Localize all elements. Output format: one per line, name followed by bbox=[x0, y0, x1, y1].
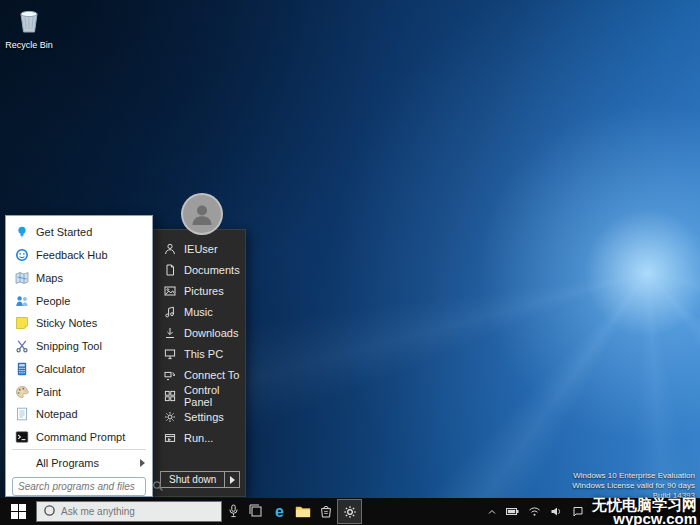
shutdown-label: Shut down bbox=[161, 472, 224, 487]
start-menu-item-command-prompt[interactable]: Command Prompt bbox=[6, 426, 152, 449]
windows-logo-icon bbox=[11, 504, 26, 519]
start-menu-item-label: Run... bbox=[184, 432, 213, 444]
feedback-smiley-icon bbox=[14, 248, 29, 263]
start-menu-item-music[interactable]: Music bbox=[153, 301, 245, 322]
lightbulb-icon bbox=[14, 225, 29, 240]
shutdown-options-arrow[interactable] bbox=[224, 472, 239, 487]
user-silhouette-icon bbox=[189, 201, 215, 227]
start-menu-item-label: Command Prompt bbox=[36, 431, 125, 443]
notepad-icon bbox=[14, 407, 29, 422]
start-menu-item-label: Paint bbox=[36, 386, 61, 398]
start-menu-item-label: This PC bbox=[184, 348, 223, 360]
microphone-button[interactable] bbox=[222, 498, 245, 525]
start-menu-item-all-programs[interactable]: All Programs bbox=[6, 451, 152, 474]
scissors-icon bbox=[14, 339, 29, 354]
computer-icon bbox=[163, 347, 176, 360]
start-menu-item-people[interactable]: People bbox=[6, 289, 152, 312]
start-menu-item-this-pc[interactable]: This PC bbox=[153, 343, 245, 364]
start-menu-item-label: Snipping Tool bbox=[36, 340, 102, 352]
start-menu-item-downloads[interactable]: Downloads bbox=[153, 322, 245, 343]
eval-line-2: Windows License valid for 90 days bbox=[572, 481, 695, 491]
network-icon[interactable] bbox=[528, 503, 541, 521]
tray-chevron-up-icon[interactable] bbox=[487, 503, 497, 521]
start-menu-item-label: People bbox=[36, 295, 70, 307]
picture-icon bbox=[163, 284, 176, 297]
chevron-right-icon bbox=[230, 476, 235, 484]
edge-button[interactable]: e bbox=[268, 498, 291, 525]
system-tray bbox=[487, 498, 584, 525]
site-watermark: 无忧电脑学习网 wypcw.com bbox=[592, 498, 697, 525]
start-menu-item-feedback-hub[interactable]: Feedback Hub bbox=[6, 244, 152, 267]
start-menu-item-run[interactable]: Run... bbox=[153, 427, 245, 448]
expand-arrow-icon bbox=[140, 459, 145, 467]
task-view-button[interactable] bbox=[245, 498, 268, 525]
taskbar-search-input[interactable] bbox=[61, 506, 215, 517]
start-menu-search-box[interactable] bbox=[12, 477, 146, 496]
start-menu-item-label: Connect To bbox=[184, 369, 239, 381]
action-center-icon[interactable] bbox=[572, 503, 584, 521]
start-menu-item-label: Get Started bbox=[36, 226, 92, 238]
start-menu-left-panel: Get Started Feedback Hub Maps People Sti bbox=[5, 215, 153, 497]
start-menu-item-maps[interactable]: Maps bbox=[6, 266, 152, 289]
paint-palette-icon bbox=[14, 384, 29, 399]
volume-icon[interactable] bbox=[550, 503, 563, 521]
user-avatar[interactable] bbox=[181, 193, 223, 235]
settings-button[interactable] bbox=[337, 499, 362, 524]
search-icon bbox=[152, 478, 164, 496]
taskbar-search-box[interactable] bbox=[36, 501, 222, 522]
start-menu-item-snipping-tool[interactable]: Snipping Tool bbox=[6, 335, 152, 358]
task-view-icon bbox=[249, 504, 264, 519]
folder-icon bbox=[295, 505, 311, 519]
start-menu-item-label: Music bbox=[184, 306, 213, 318]
people-icon bbox=[14, 293, 29, 308]
site-watermark-line-2: wypcw.com bbox=[592, 512, 697, 525]
gear-icon bbox=[343, 505, 357, 519]
start-menu-item-notepad[interactable]: Notepad bbox=[6, 403, 152, 426]
start-menu-item-user[interactable]: IEUser bbox=[153, 238, 245, 259]
gear-icon bbox=[163, 410, 176, 423]
start-menu-item-label: IEUser bbox=[184, 243, 218, 255]
start-menu-item-label: All Programs bbox=[36, 457, 99, 469]
start-menu-item-paint[interactable]: Paint bbox=[6, 380, 152, 403]
start-menu-right-panel: IEUser Documents Pictures Music Download bbox=[153, 229, 246, 497]
start-menu-item-settings[interactable]: Settings bbox=[153, 406, 245, 427]
file-explorer-button[interactable] bbox=[291, 498, 314, 525]
map-icon bbox=[14, 270, 29, 285]
store-bag-icon bbox=[319, 504, 333, 519]
recycle-bin-label: Recycle Bin bbox=[4, 40, 54, 50]
start-menu-item-get-started[interactable]: Get Started bbox=[6, 221, 152, 244]
start-menu-item-label: Maps bbox=[36, 272, 63, 284]
eval-line-1: Windows 10 Enterprise Evaluation bbox=[572, 471, 695, 481]
start-menu-item-label: Downloads bbox=[184, 327, 238, 339]
download-arrow-icon bbox=[163, 326, 176, 339]
document-icon bbox=[163, 263, 176, 276]
sticky-note-icon bbox=[14, 316, 29, 331]
start-menu-item-control-panel[interactable]: Control Panel bbox=[153, 385, 245, 406]
recycle-bin-icon bbox=[4, 6, 54, 38]
desktop: Recycle Bin Windows 10 Enterprise Evalua… bbox=[0, 0, 700, 525]
start-menu-item-sticky-notes[interactable]: Sticky Notes bbox=[6, 312, 152, 335]
user-icon bbox=[163, 242, 176, 255]
desktop-icon-recycle-bin[interactable]: Recycle Bin bbox=[4, 6, 54, 50]
start-menu-item-label: Feedback Hub bbox=[36, 249, 108, 261]
microphone-icon bbox=[227, 504, 240, 519]
shutdown-button[interactable]: Shut down bbox=[160, 471, 240, 488]
start-menu-separator bbox=[12, 449, 146, 450]
music-note-icon bbox=[163, 305, 176, 318]
start-menu-item-label: Notepad bbox=[36, 408, 78, 420]
start-menu-item-calculator[interactable]: Calculator bbox=[6, 357, 152, 380]
start-button[interactable] bbox=[0, 498, 36, 525]
start-menu-search-input[interactable] bbox=[18, 481, 152, 492]
start-menu-item-label: Control Panel bbox=[184, 384, 241, 408]
cortana-icon bbox=[43, 503, 56, 521]
store-button[interactable] bbox=[314, 498, 337, 525]
battery-icon[interactable] bbox=[506, 503, 519, 521]
start-menu-item-documents[interactable]: Documents bbox=[153, 259, 245, 280]
all-programs-spacer bbox=[14, 455, 29, 470]
run-icon bbox=[163, 431, 176, 444]
start-menu-item-connect-to[interactable]: Connect To bbox=[153, 364, 245, 385]
start-menu-item-pictures[interactable]: Pictures bbox=[153, 280, 245, 301]
start-menu-item-label: Documents bbox=[184, 264, 240, 276]
connect-icon bbox=[163, 368, 176, 381]
start-menu-item-label: Pictures bbox=[184, 285, 224, 297]
